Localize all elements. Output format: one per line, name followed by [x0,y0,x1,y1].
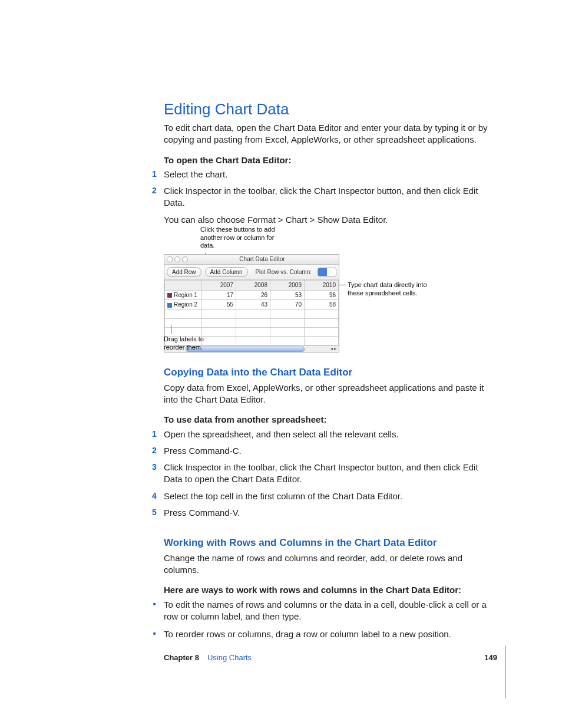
grid-header[interactable] [165,281,202,291]
page-title: Editing Chart Data [164,99,497,120]
grid-cell[interactable]: 43 [236,300,270,310]
step-number: 1 [152,429,157,440]
grid-cell[interactable]: 55 [202,300,236,310]
subsection-intro: Change the name of rows and columns and … [164,552,497,577]
plot-orientation-label: Plot Row vs. Column: [255,268,312,276]
step-number: 1 [152,169,157,180]
row-label[interactable] [165,318,202,327]
procedure-lead: To use data from another spreadsheet: [164,414,497,426]
grid-cell[interactable]: 96 [305,290,339,300]
step-number: 2 [152,445,157,456]
close-icon[interactable] [167,256,173,262]
subsection-intro: Copy data from Excel, AppleWorks, or oth… [164,382,497,406]
intro-paragraph: To edit chart data, open the Chart Data … [164,122,497,146]
row-label[interactable]: Region 1 [165,290,202,300]
grid-cell[interactable]: 53 [270,290,305,300]
procedure-note: You can also choose Format > Chart > Sho… [164,214,497,226]
subsection-title: Working with Rows and Columns in the Cha… [164,536,497,550]
step-text: Click Inspector in the toolbar, click th… [164,186,478,207]
callout-top: Click these buttons to add another row o… [200,226,283,250]
callout-line [339,285,346,285]
scroll-arrows-icon[interactable]: ◂▸ [330,346,338,353]
grid-cell[interactable]: 58 [305,300,339,310]
series-swatch-icon [167,293,172,298]
procedure-steps: 1Open the spreadsheet, and then select a… [164,429,497,519]
window-titlebar: Chart Data Editor [164,255,339,265]
row-label[interactable]: Region 2 [165,300,202,310]
step-text: Select the top cell in the first column … [164,491,402,501]
step-text: Click Inspector in the toolbar, click th… [164,462,478,484]
footer-rule [505,645,505,699]
procedure-lead: To open the Chart Data Editor: [164,154,497,166]
step-text: Select the chart. [164,169,227,179]
step-text: Press Command-C. [164,446,242,456]
grid-header[interactable]: 2009 [270,281,305,291]
bullet-item: To reorder rows or columns, drag a row o… [164,628,497,640]
step-number: 5 [152,507,157,518]
editor-toolbar: Add Row Add Column Plot Row vs. Column: [164,265,339,281]
zoom-icon[interactable] [182,256,188,262]
procedure-lead: Here are ways to work with rows and colu… [164,584,497,596]
subsection-title: Copying Data into the Chart Data Editor [164,366,497,380]
step-text: Open the spreadsheet, and then select al… [164,429,399,439]
plot-orientation-toggle[interactable] [318,268,336,276]
step-text: Press Command-V. [164,508,240,518]
chapter-name: Using Charts [207,653,252,663]
page-footer: Chapter 8 Using Charts 149 [164,653,497,663]
minimize-icon[interactable] [174,256,180,262]
series-swatch-icon [167,303,172,308]
grid-cell[interactable]: 70 [270,300,305,310]
chart-editor-diagram: Click these buttons to add another row o… [164,236,497,346]
bullet-list: To edit the names of rows and columns or… [164,599,497,641]
add-row-button[interactable]: Add Row [167,267,201,278]
callout-bottom: Drag labels to reorder them. [164,335,223,352]
grid-header[interactable]: 2007 [202,281,236,291]
grid-header[interactable]: 2008 [236,281,270,291]
chapter-label: Chapter 8 [164,653,199,663]
add-column-button[interactable]: Add Column [205,267,248,278]
procedure-steps: 1Select the chart. 2Click Inspector in t… [164,169,497,209]
traffic-lights [167,256,188,262]
document-page: Editing Chart Data To edit chart data, o… [0,0,562,728]
bullet-item: To edit the names of rows and columns or… [164,599,497,623]
step-number: 3 [152,462,157,473]
step-number: 2 [152,185,157,196]
row-label[interactable] [165,309,202,318]
step-number: 4 [152,490,157,502]
grid-cell[interactable]: 17 [202,290,236,300]
callout-right: Type chart data directly into these spre… [348,281,430,298]
page-number: 149 [484,653,497,663]
window-title: Chart Data Editor [188,255,336,263]
grid-cell[interactable]: 26 [236,290,270,300]
callout-line [171,325,171,334]
grid-header[interactable]: 2010 [305,281,339,291]
